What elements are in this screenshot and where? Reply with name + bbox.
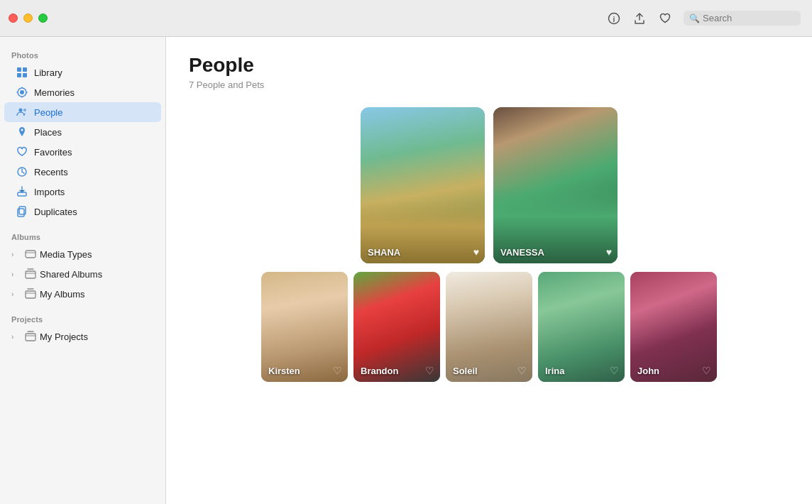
imports-icon bbox=[16, 185, 28, 198]
shana-name: SHANA bbox=[368, 247, 400, 258]
favorites-label: Favorites bbox=[34, 147, 72, 158]
search-box[interactable]: 🔍 bbox=[684, 11, 801, 26]
places-label: Places bbox=[34, 127, 62, 138]
media-types-icon bbox=[24, 248, 37, 261]
svg-rect-4 bbox=[17, 73, 21, 77]
my-albums-label: My Albums bbox=[40, 289, 85, 300]
person-card-shana[interactable]: SHANA ♥ bbox=[361, 107, 485, 263]
chevron-icon: › bbox=[11, 270, 20, 278]
irina-heart[interactable]: ♡ bbox=[610, 365, 619, 376]
person-card-john[interactable]: John ♡ bbox=[630, 272, 717, 382]
sidebar-item-media-types[interactable]: › Media Types bbox=[4, 244, 161, 264]
shana-heart[interactable]: ♥ bbox=[473, 246, 479, 258]
sidebar-item-shared-albums[interactable]: › Shared Albums bbox=[4, 264, 161, 284]
duplicates-label: Duplicates bbox=[34, 207, 77, 217]
kirsten-heart[interactable]: ♡ bbox=[333, 365, 342, 376]
recents-label: Recents bbox=[34, 167, 68, 177]
app-body: Photos Library Memories People Places bbox=[0, 37, 812, 504]
shared-albums-icon bbox=[24, 268, 37, 280]
kirsten-name: Kirsten bbox=[268, 366, 300, 376]
svg-text:i: i bbox=[613, 15, 615, 23]
library-icon bbox=[16, 66, 28, 79]
person-card-kirsten[interactable]: Kirsten ♡ bbox=[261, 272, 348, 382]
brandon-name: Brandon bbox=[361, 366, 398, 376]
sidebar-item-favorites[interactable]: Favorites bbox=[4, 142, 161, 162]
title-bar: i 🔍 bbox=[0, 0, 812, 37]
recents-icon bbox=[16, 165, 28, 178]
irina-name: Irina bbox=[545, 366, 564, 376]
people-bottom-row: Kirsten ♡ Brandon ♡ Soleil ♡ Irina ♡ Joh bbox=[189, 272, 789, 382]
sidebar-item-memories[interactable]: Memories bbox=[4, 82, 161, 102]
person-card-brandon[interactable]: Brandon ♡ bbox=[353, 272, 440, 382]
favorites-icon bbox=[16, 146, 28, 158]
people-icon bbox=[16, 106, 28, 119]
search-input[interactable] bbox=[703, 13, 795, 23]
duplicates-icon bbox=[16, 205, 28, 218]
sidebar-item-places[interactable]: Places bbox=[4, 122, 161, 142]
traffic-lights bbox=[9, 13, 48, 23]
person-card-irina[interactable]: Irina ♡ bbox=[538, 272, 625, 382]
memories-label: Memories bbox=[34, 87, 75, 98]
memories-icon bbox=[16, 86, 28, 99]
people-label: People bbox=[34, 107, 62, 118]
page-subtitle: 7 People and Pets bbox=[189, 80, 789, 90]
sidebar-item-people[interactable]: People bbox=[4, 102, 161, 122]
soleil-name: Soleil bbox=[453, 366, 478, 376]
heart-icon[interactable] bbox=[658, 11, 672, 26]
svg-point-7 bbox=[20, 90, 24, 94]
sidebar-item-my-projects[interactable]: › My Projects bbox=[4, 327, 161, 346]
page-title: People bbox=[189, 54, 789, 77]
john-heart[interactable]: ♡ bbox=[702, 365, 711, 376]
my-projects-label: My Projects bbox=[40, 332, 88, 342]
info-icon[interactable]: i bbox=[607, 11, 621, 26]
chevron-icon: › bbox=[11, 290, 20, 298]
vanessa-heart[interactable]: ♥ bbox=[606, 246, 612, 258]
svg-point-14 bbox=[21, 129, 23, 131]
places-icon bbox=[16, 126, 28, 138]
soleil-heart[interactable]: ♡ bbox=[517, 365, 527, 376]
minimize-button[interactable] bbox=[23, 13, 33, 23]
search-icon: 🔍 bbox=[689, 13, 700, 23]
svg-rect-5 bbox=[23, 73, 27, 77]
svg-point-12 bbox=[19, 109, 23, 112]
person-card-soleil[interactable]: Soleil ♡ bbox=[446, 272, 532, 382]
people-top-row: SHANA ♥ VANESSA ♥ bbox=[189, 107, 789, 263]
photos-section-label: Photos bbox=[0, 45, 165, 62]
svg-point-13 bbox=[23, 109, 26, 111]
share-icon[interactable] bbox=[632, 11, 647, 26]
content-area: People 7 People and Pets SHANA ♥ VA bbox=[166, 37, 812, 504]
chevron-icon: › bbox=[11, 333, 20, 341]
sidebar: Photos Library Memories People Places bbox=[0, 37, 166, 504]
john-name: John bbox=[637, 366, 659, 376]
sidebar-item-library[interactable]: Library bbox=[4, 62, 161, 82]
maximize-button[interactable] bbox=[38, 13, 48, 23]
sidebar-item-my-albums[interactable]: › My Albums bbox=[4, 284, 161, 304]
svg-rect-2 bbox=[17, 67, 21, 72]
sidebar-item-duplicates[interactable]: Duplicates bbox=[4, 202, 161, 221]
imports-label: Imports bbox=[34, 187, 65, 197]
sidebar-item-imports[interactable]: Imports bbox=[4, 182, 161, 202]
sidebar-item-recents[interactable]: Recents bbox=[4, 162, 161, 182]
library-label: Library bbox=[34, 67, 62, 78]
shared-albums-label: Shared Albums bbox=[40, 269, 102, 280]
svg-rect-21 bbox=[26, 271, 35, 278]
my-projects-icon bbox=[24, 330, 37, 343]
vanessa-name: VANESSA bbox=[500, 247, 544, 258]
close-button[interactable] bbox=[9, 13, 18, 23]
albums-section-label: Albums bbox=[0, 227, 165, 244]
chevron-icon: › bbox=[11, 251, 20, 258]
brandon-heart[interactable]: ♡ bbox=[425, 365, 434, 376]
my-albums-icon bbox=[24, 287, 37, 300]
svg-rect-3 bbox=[23, 67, 27, 72]
toolbar: i 🔍 bbox=[607, 11, 801, 26]
media-types-label: Media Types bbox=[40, 249, 92, 260]
svg-rect-19 bbox=[26, 251, 35, 258]
svg-rect-22 bbox=[26, 291, 35, 298]
projects-section-label: Projects bbox=[0, 309, 165, 327]
svg-rect-23 bbox=[26, 334, 35, 341]
person-card-vanessa[interactable]: VANESSA ♥ bbox=[493, 107, 618, 263]
